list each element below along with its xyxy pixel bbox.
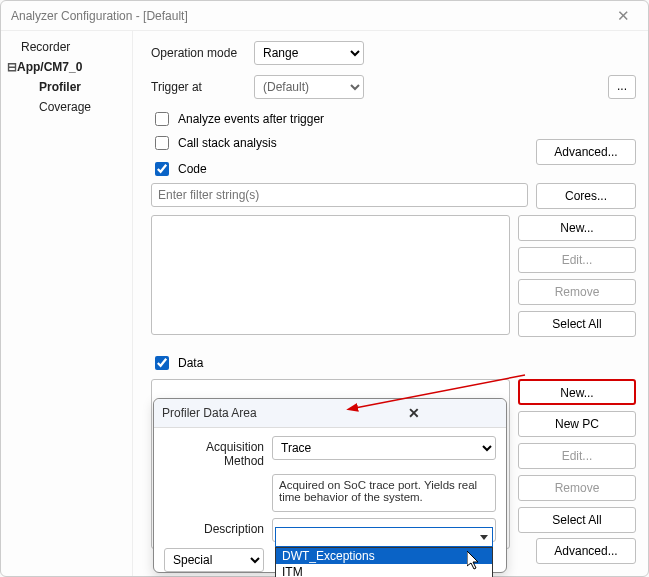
data-label: Data xyxy=(178,356,203,370)
tree-item-recorder[interactable]: Recorder xyxy=(1,37,132,57)
acquisition-description: Acquired on SoC trace port. Yields real … xyxy=(272,474,496,512)
call-stack-label: Call stack analysis xyxy=(178,136,277,150)
analyze-events-checkbox[interactable] xyxy=(155,112,169,126)
trigger-at-select[interactable]: (Default) xyxy=(254,75,364,99)
description-label: Description xyxy=(164,518,264,536)
dropdown-option-itm[interactable]: ITM xyxy=(276,564,492,577)
code-remove-button[interactable]: Remove xyxy=(518,279,636,305)
trigger-more-button[interactable]: ... xyxy=(608,75,636,99)
special-dropdown-list[interactable]: DWT_Exceptions ITM xyxy=(275,547,493,577)
code-select-all-button[interactable]: Select All xyxy=(518,311,636,337)
operation-mode-select[interactable]: Range xyxy=(254,41,364,65)
sidebar-tree: Recorder ⊟App/CM7_0 Profiler Coverage xyxy=(1,31,133,576)
tree-item-app[interactable]: ⊟App/CM7_0 xyxy=(1,57,132,77)
advanced-button-top[interactable]: Advanced... xyxy=(536,139,636,165)
tree-item-profiler[interactable]: Profiler xyxy=(1,77,132,97)
popup-titlebar: Profiler Data Area ✕ xyxy=(154,399,506,428)
operation-mode-label: Operation mode xyxy=(151,46,246,60)
close-icon[interactable]: ✕ xyxy=(608,7,638,25)
dropdown-option-dwt[interactable]: DWT_Exceptions xyxy=(276,548,492,564)
tree-item-coverage[interactable]: Coverage xyxy=(1,97,132,117)
data-remove-button[interactable]: Remove xyxy=(518,475,636,501)
titlebar: Analyzer Configuration - [Default] ✕ xyxy=(1,1,648,31)
special-combo-field[interactable] xyxy=(275,527,493,547)
call-stack-checkbox[interactable] xyxy=(155,136,169,150)
code-edit-button[interactable]: Edit... xyxy=(518,247,636,273)
data-new-button[interactable]: New... xyxy=(518,379,636,405)
collapse-icon[interactable]: ⊟ xyxy=(7,60,17,74)
cores-button[interactable]: Cores... xyxy=(536,183,636,209)
data-edit-button[interactable]: Edit... xyxy=(518,443,636,469)
data-checkbox[interactable] xyxy=(155,356,169,370)
code-label: Code xyxy=(178,162,207,176)
acquisition-method-label: Acquisition Method xyxy=(164,436,264,468)
code-checkbox[interactable] xyxy=(155,162,169,176)
trigger-at-label: Trigger at xyxy=(151,80,246,94)
window-title: Analyzer Configuration - [Default] xyxy=(11,9,608,23)
analyze-events-label: Analyze events after trigger xyxy=(178,112,324,126)
acquisition-method-select[interactable]: Trace xyxy=(272,436,496,460)
advanced-button-bottom[interactable]: Advanced... xyxy=(536,538,636,564)
new-pc-sampling-button[interactable]: New PC Sampling... xyxy=(518,411,636,437)
special-select[interactable]: Special xyxy=(164,548,264,572)
data-select-all-button[interactable]: Select All xyxy=(518,507,636,533)
code-listbox[interactable] xyxy=(151,215,510,335)
popup-close-icon[interactable]: ✕ xyxy=(330,405,498,421)
code-filter-input[interactable] xyxy=(151,183,528,207)
code-new-button[interactable]: New... xyxy=(518,215,636,241)
popup-title: Profiler Data Area xyxy=(162,406,330,420)
